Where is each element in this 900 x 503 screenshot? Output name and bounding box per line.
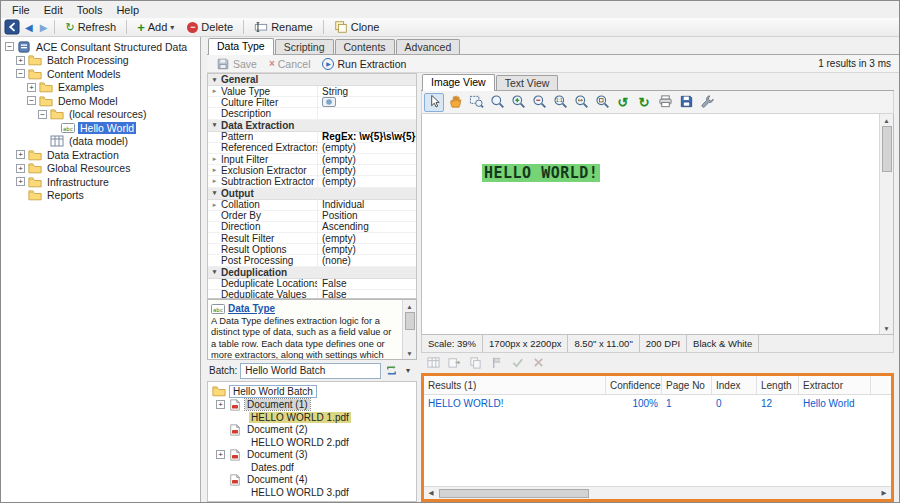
menu-edit[interactable]: Edit [37, 3, 70, 17]
culture-filter-icon[interactable] [322, 97, 336, 107]
results-column-length[interactable]: Length [757, 376, 799, 394]
flag-result-button[interactable] [487, 355, 505, 371]
property-row-order-by[interactable]: Order ByPosition [208, 211, 416, 222]
expand-icon[interactable]: + [216, 400, 225, 409]
image-settings-button[interactable] [697, 93, 717, 112]
forward-button[interactable]: ▶ [38, 22, 50, 33]
property-row-collation[interactable]: ▸CollationIndividual [208, 200, 416, 211]
property-row-input-filter[interactable]: ▸Input Filter(empty) [208, 154, 416, 165]
scroll-up-icon[interactable]: ▲ [880, 114, 893, 126]
batch-selector[interactable]: Hello World Batch [240, 363, 381, 379]
scroll-thumb[interactable] [882, 126, 892, 172]
scroll-up-icon[interactable]: ▲ [403, 300, 416, 312]
verify-result-button[interactable] [508, 355, 526, 371]
property-row-exclusion-extractor[interactable]: ▸Exclusion Extractor(empty) [208, 165, 416, 176]
batch-sync-icon[interactable] [384, 364, 398, 377]
back-button[interactable]: ◀ [23, 22, 35, 33]
tree-item-reports[interactable]: Reports [1, 189, 200, 203]
collapse-icon[interactable]: − [38, 110, 47, 119]
copy-results-button[interactable] [466, 355, 484, 371]
canvas-scrollbar[interactable]: ▲▼ [879, 114, 893, 334]
extracted-text-highlight[interactable]: HELLO WORLD! [482, 164, 600, 182]
property-row-value-type[interactable]: ▸Value TypeString [208, 86, 416, 97]
property-expand-icon[interactable]: ▸ [208, 87, 221, 95]
tree-item-infrastructure[interactable]: +Infrastructure [1, 175, 200, 189]
property-row-culture-filter[interactable]: Culture Filter [208, 97, 416, 108]
property-section-data-extraction[interactable]: ▾Data Extraction [208, 120, 416, 132]
property-row-referenced-extractors[interactable]: Referenced Extractors(empty) [208, 143, 416, 154]
property-row-subtraction-extractor[interactable]: ▸Subtraction Extractor(empty) [208, 176, 416, 187]
magnifier-tool-button[interactable] [487, 93, 507, 112]
delete-button[interactable]: −Delete [182, 19, 238, 35]
cancel-button[interactable]: ×Cancel [263, 55, 317, 72]
save-button[interactable]: Save [210, 55, 263, 72]
property-expand-icon[interactable]: ▸ [208, 155, 221, 163]
expand-icon[interactable]: + [16, 56, 25, 65]
expand-icon[interactable]: + [16, 164, 25, 173]
property-section-output[interactable]: ▾Output [208, 188, 416, 200]
property-row-pattern[interactable]: PatternRegEx: \w{5}\s\w{5}! [208, 132, 416, 143]
save-image-button[interactable] [676, 93, 696, 112]
property-row-result-filter[interactable]: Result Filter(empty) [208, 233, 416, 244]
batch-root-item[interactable]: Hello World Batch [212, 384, 416, 398]
tree-item-hello-world[interactable]: abcHello World [1, 121, 200, 135]
expand-icon[interactable]: + [16, 150, 25, 159]
document-item-1[interactable]: +Document (1)HELLO WORLD 1.pdf [216, 398, 416, 423]
clone-button[interactable]: Clone [329, 18, 385, 36]
zoom-actual-button[interactable]: 1:1 [550, 93, 570, 112]
property-row-direction[interactable]: DirectionAscending [208, 222, 416, 233]
expand-icon[interactable]: + [216, 450, 225, 459]
zoom-in-button[interactable] [508, 93, 528, 112]
pan-tool-button[interactable] [445, 93, 465, 112]
tree-item-global-resources[interactable]: +Global Resources [1, 162, 200, 176]
results-column-extractor[interactable]: Extractor [799, 376, 871, 394]
result-row[interactable]: HELLO WORLD!100%1012Hello World [424, 395, 891, 412]
menu-help[interactable]: Help [109, 3, 146, 17]
tree-item-ace-consultant-structured-data[interactable]: −ACE Consultant Structured Data [1, 40, 200, 54]
tree-item-data-extraction[interactable]: +Data Extraction [1, 148, 200, 162]
results-hscrollbar[interactable]: ◀▶ [424, 486, 891, 499]
help-title-link[interactable]: Data Type [228, 303, 275, 314]
scroll-right-icon[interactable]: ▶ [877, 489, 891, 497]
fit-width-button[interactable] [571, 93, 591, 112]
add-button[interactable]: +Add▾ [132, 19, 179, 36]
tree-item-examples[interactable]: +Examples [1, 81, 200, 95]
document-item-3[interactable]: +Document (3)Dates.pdf [216, 448, 416, 473]
tree-item-demo-model[interactable]: −Demo Model [1, 94, 200, 108]
select-tool-button[interactable] [424, 93, 444, 112]
property-row-deduplicate-locations[interactable]: Deduplicate LocationsFalse [208, 279, 416, 290]
zoom-out-button[interactable] [529, 93, 549, 112]
menu-tools[interactable]: Tools [70, 3, 110, 17]
tab-scripting[interactable]: Scripting [275, 39, 334, 54]
property-expand-icon[interactable]: ▸ [208, 177, 221, 185]
run-extraction-button[interactable]: ▶Run Extraction [316, 55, 412, 72]
tree-item-content-models[interactable]: −Content Models [1, 67, 200, 81]
expand-icon[interactable]: + [16, 177, 25, 186]
collapse-icon[interactable]: − [16, 69, 25, 78]
navigator-icon[interactable] [4, 19, 20, 35]
zoom-window-tool-button[interactable] [466, 93, 486, 112]
scroll-thumb[interactable] [405, 312, 415, 330]
tree-item-local-resources[interactable]: −(local resources) [1, 108, 200, 122]
tree-item-data-model[interactable]: (data model) [1, 135, 200, 149]
viewer-tab-text-view[interactable]: Text View [496, 75, 559, 90]
batch-menu-icon[interactable]: ▾ [401, 366, 415, 375]
property-row-deduplicate-values[interactable]: Deduplicate ValuesFalse [208, 290, 416, 299]
scroll-left-icon[interactable]: ◀ [424, 489, 438, 497]
viewer-tab-image-view[interactable]: Image View [422, 74, 495, 91]
scroll-down-icon[interactable]: ▼ [880, 322, 893, 334]
property-row-description[interactable]: Description [208, 108, 416, 119]
tab-data-type[interactable]: Data Type [208, 38, 274, 55]
property-expand-icon[interactable]: ▸ [208, 166, 221, 174]
collapse-icon[interactable]: − [27, 96, 36, 105]
fit-page-button[interactable] [592, 93, 612, 112]
property-section-deduplication[interactable]: ▾Deduplication [208, 267, 416, 279]
document-canvas[interactable]: HELLO WORLD! ▲▼ [421, 114, 894, 335]
results-column-results-1[interactable]: Results (1) [424, 376, 606, 394]
rotate-right-button[interactable]: ↻ [634, 93, 654, 112]
clear-results-button[interactable] [529, 355, 547, 371]
results-column-page-no[interactable]: Page No [662, 376, 712, 394]
property-row-post-processing[interactable]: Post Processing(none) [208, 255, 416, 266]
tab-contents[interactable]: Contents [335, 39, 395, 54]
export-results-button[interactable] [445, 355, 463, 371]
